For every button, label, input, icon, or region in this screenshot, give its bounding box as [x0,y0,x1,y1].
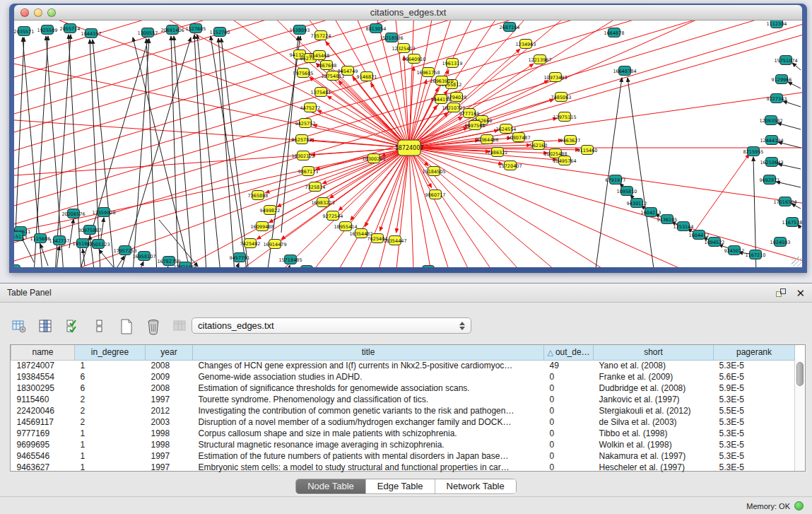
table-cell[interactable]: 2 [75,405,146,416]
column-header-short[interactable]: short [594,345,714,360]
table-vertical-scrollbar[interactable] [794,360,805,471]
table-cell[interactable]: 9115460 [11,394,75,405]
table-cell[interactable]: Investigating the contribution of common… [193,405,544,416]
table-cell[interactable]: 14569117 [11,416,75,428]
minimize-window-button[interactable] [34,8,42,17]
new-table-icon[interactable] [117,317,136,336]
table-cell[interactable]: 9465546 [11,450,75,462]
table-cell[interactable]: Genome-wide association studies in ADHD. [193,371,544,382]
table-cell[interactable]: 2012 [146,405,193,416]
table-cell[interactable]: Estimation of the future numbers of pati… [193,450,544,462]
teal-graph-node[interactable] [14,265,20,268]
column-header-pagerank[interactable]: pagerank [714,345,795,360]
table-selector-dropdown[interactable]: citations_edges.txt [192,317,471,334]
table-cell[interactable]: 5.5E-5 [714,405,795,416]
table-settings-icon[interactable] [10,317,28,336]
table-cell[interactable]: 9777169 [11,428,75,439]
network-canvas[interactable]: 2035571192550920557141044357130055720691… [14,21,802,267]
table-row[interactable]: 1456911722003Disruption of a novel membe… [11,416,795,428]
column-header-out_de[interactable]: △out_de… [544,345,594,360]
table-cell[interactable]: 0 [544,371,594,382]
table-cell[interactable]: 5.3E-5 [714,450,795,462]
table-cell[interactable]: 2003 [146,416,193,428]
table-cell[interactable]: Nakamura et al. (1997) [594,450,714,462]
select-rows-icon[interactable] [64,317,82,336]
table-cell[interactable]: 6 [75,382,146,394]
window-titlebar[interactable]: citations_edges.txt [14,5,802,21]
table-cell[interactable]: 9463627 [11,462,75,473]
table-cell[interactable]: 5.9E-5 [714,382,795,394]
delete-table-icon[interactable] [144,317,163,336]
table-cell[interactable]: 19384554 [11,371,75,382]
close-window-button[interactable] [20,8,29,17]
table-cell[interactable]: Yano et al. (2008) [594,360,714,371]
table-cell[interactable]: 0 [544,439,594,450]
table-cell[interactable]: 2 [75,416,146,428]
table-cell[interactable]: 1998 [146,439,193,450]
zoom-window-button[interactable] [47,8,56,17]
table-cell[interactable]: Jankovic et al. (1997) [594,394,714,405]
table-cell[interactable]: 0 [544,405,594,416]
table-row[interactable]: 911546021997Tourette syndrome. Phenomeno… [11,394,795,405]
table-cell[interactable]: 2009 [146,371,193,382]
table-row[interactable]: 946554611997Estimation of the future num… [11,450,795,462]
table-cell[interactable]: 49 [544,360,594,371]
table-cell[interactable]: 1 [75,360,146,371]
table-cell[interactable]: 0 [544,382,594,394]
table-cell[interactable]: 1997 [146,450,193,462]
table-cell[interactable]: Disruption of a novel member of a sodium… [193,416,544,428]
rows-icon[interactable] [90,317,109,336]
table-cell[interactable]: 1 [75,439,146,450]
table-cell[interactable]: 5.3E-5 [714,439,795,450]
citation-graph[interactable]: 2035571192550920557141044357130055720691… [14,21,802,267]
table-cell[interactable]: 1998 [146,428,193,439]
table-cell[interactable]: 1 [75,462,146,473]
column-header-title[interactable]: title [193,345,544,360]
table-cell[interactable]: Estimation of significance thresholds fo… [193,382,544,394]
table-cell[interactable]: Structural magnetic resonance image aver… [193,439,544,450]
table-cell[interactable]: 6 [75,371,146,382]
table-cell[interactable]: 5.3E-5 [714,462,795,473]
table-cell[interactable]: 5.3E-5 [714,394,795,405]
table-cell[interactable]: 5.3E-5 [714,428,795,439]
table-cell[interactable]: Franke et al. (2009) [594,371,714,382]
table-row[interactable]: 946362711997Embryonic stem cells: a mode… [11,462,795,473]
tab-network-table[interactable]: Network Table [435,479,516,493]
table-cell[interactable]: Stergiakouli et al. (2012) [594,405,714,416]
table-cell[interactable]: 0 [544,450,594,462]
table-cell[interactable]: 2008 [146,382,193,394]
tab-edge-table[interactable]: Edge Table [365,479,435,493]
table-cell[interactable]: 1 [75,428,146,439]
column-header-in_degree[interactable]: in_degree [75,345,146,360]
table-row[interactable]: 1938455462009Genome-wide association stu… [11,371,795,382]
table-cell[interactable]: 5.3E-5 [714,416,795,428]
close-panel-icon[interactable]: ✕ [796,288,805,298]
table-cell[interactable]: Changes of HCN gene expression and I(f) … [193,360,544,371]
table-row[interactable]: 977716911998Corpus callosum shape and si… [11,428,795,439]
tab-node-table[interactable]: Node Table [296,479,365,493]
table-cell[interactable]: 0 [544,462,594,473]
table-cell[interactable]: 5.3E-5 [714,360,795,371]
table-cell[interactable]: 1997 [146,394,193,405]
table-cell[interactable]: 0 [544,394,594,405]
table-cell[interactable]: 18724007 [11,360,75,371]
table-cell[interactable]: Tibbo et al. (1998) [594,428,714,439]
scrollbar-thumb[interactable] [796,362,804,386]
table-cell[interactable]: Corpus callosum shape and size in male p… [193,428,544,439]
table-cell[interactable]: Tourette syndrome. Phenomenology and cla… [193,394,544,405]
canvas-resize-grip[interactable] [792,257,801,267]
table-cell[interactable]: de Silva et al. (2003) [594,416,714,428]
table-cell[interactable]: Wolkin et al. (1998) [594,439,714,450]
table-cell[interactable]: 1997 [146,462,193,473]
table-row[interactable]: 1872400712008Changes of HCN gene express… [11,360,795,371]
float-panel-icon[interactable] [776,288,786,297]
table-cell[interactable]: Dudbridge et al. (2008) [594,382,714,394]
table-row[interactable]: 2242004622012Investigating the contribut… [11,405,795,416]
table-cell[interactable]: Hescheler et al. (1997) [594,462,714,473]
column-header-name[interactable]: name [11,345,75,360]
table-cell[interactable]: 1 [75,450,146,462]
table-cell[interactable]: 0 [544,428,594,439]
select-column-icon[interactable] [37,317,55,336]
memory-ok-indicator[interactable] [794,501,804,510]
table-cell[interactable]: 2008 [146,360,193,371]
